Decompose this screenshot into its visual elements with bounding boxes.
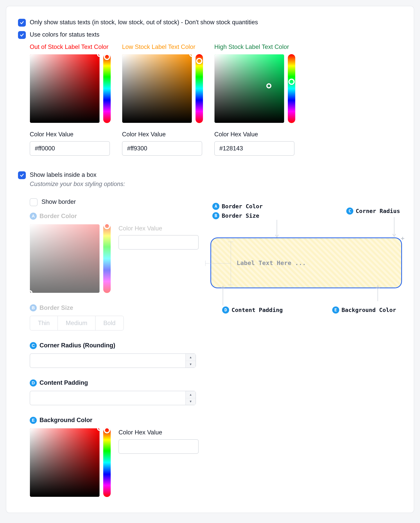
hex-input-low-stock[interactable]	[122, 141, 202, 156]
input-content-padding[interactable]	[30, 391, 185, 405]
diagram-label-d: D Content Padding	[222, 306, 283, 314]
title-background-color: Background Color	[40, 416, 92, 425]
subnote-show-labels-box: Customize your box styling options:	[30, 180, 125, 188]
hex-input-out-of-stock[interactable]	[30, 141, 110, 156]
hue-bar-high-stock[interactable]	[288, 54, 295, 123]
spin-up-icon[interactable]: ▲	[186, 354, 195, 361]
stepper-corner-radius[interactable]: ▲ ▼	[30, 353, 196, 368]
hex-label-low-stock: Color Hex Value	[122, 130, 206, 139]
hue-bar-low-stock[interactable]	[195, 54, 203, 123]
diagram-bottom-tick	[228, 285, 234, 285]
checkbox-only-status-texts[interactable]	[18, 19, 26, 27]
segmented-border-size: Thin Medium Bold	[30, 316, 124, 331]
badge-a: A	[30, 212, 37, 220]
picker-low-stock: Low Stock Label Text Color Color Hex Val…	[122, 43, 206, 156]
title-border-size: Border Size	[40, 303, 73, 312]
spin-content-padding[interactable]: ▲ ▼	[185, 391, 195, 405]
settings-card: Only show status texts (in stock, low st…	[6, 6, 414, 513]
diagram-arrow-d	[219, 284, 227, 305]
hex-label-out-of-stock: Color Hex Value	[30, 130, 114, 139]
hex-input-border-color[interactable]	[119, 235, 199, 250]
checkbox-show-labels-box[interactable]	[18, 171, 26, 179]
hex-label-border-color: Color Hex Value	[119, 224, 199, 233]
diagram-badge-e: E	[332, 306, 339, 313]
hue-bar-out-of-stock[interactable]	[103, 54, 111, 123]
hex-label-background-color: Color Hex Value	[119, 428, 199, 437]
badge-b: B	[30, 304, 37, 311]
title-out-of-stock: Out of Stock Label Text Color	[30, 43, 114, 51]
sv-panel-background-color[interactable]	[30, 428, 100, 497]
label-only-status-texts: Only show status texts (in stock, low st…	[30, 18, 258, 27]
row-show-border: Show border	[30, 197, 199, 206]
box-diagram: A Border Color B Border Size C Corner Ra…	[210, 202, 402, 314]
hex-input-background-color[interactable]	[119, 439, 199, 454]
row-only-status-texts: Only show status texts (in stock, low st…	[18, 18, 402, 27]
spin-down-icon[interactable]: ▼	[186, 398, 195, 405]
checkbox-use-colors[interactable]	[18, 31, 26, 39]
label-use-colors: Use colors for status texts	[30, 30, 99, 39]
row-show-labels-box: Show labels inside a box Customize your …	[18, 171, 402, 194]
diagram-badge-c: C	[346, 207, 353, 214]
badge-c: C	[30, 342, 37, 349]
diagram-v-padding-line	[231, 242, 231, 285]
status-color-pickers: Out of Stock Label Text Color Color Hex …	[30, 43, 402, 156]
border-size-medium[interactable]: Medium	[58, 316, 95, 330]
diagram-label-a: A Border Color	[212, 202, 263, 211]
diagram-arrow-ab	[273, 220, 281, 239]
title-content-padding: Content Padding	[40, 378, 88, 387]
title-high-stock: High Stock Label Text Color	[214, 43, 298, 51]
border-size-thin[interactable]: Thin	[30, 316, 58, 330]
diagram-label-e: E Background Color	[332, 306, 396, 314]
stepper-content-padding[interactable]: ▲ ▼	[30, 391, 196, 405]
hue-bar-border-color[interactable]	[103, 224, 111, 293]
diagram-sample-text: Label Text Here ...	[237, 258, 306, 267]
badge-d: D	[30, 379, 37, 386]
sv-panel-high-stock[interactable]	[214, 54, 284, 123]
sv-panel-border-color[interactable]	[30, 224, 100, 293]
section-border-size: B Border Size	[30, 303, 199, 312]
badge-e: E	[30, 417, 37, 424]
diagram-h-padding-line	[205, 263, 231, 263]
crosshair-icon: ＋	[400, 234, 405, 243]
label-show-border: Show border	[41, 197, 76, 206]
picker-high-stock: High Stock Label Text Color Color Hex Va…	[214, 43, 298, 156]
diagram-arrow-c	[390, 217, 398, 239]
diagram-label-b: B Border Size	[212, 212, 263, 220]
box-styling-section: Show border A Border Color	[30, 197, 402, 497]
border-size-bold[interactable]: Bold	[96, 316, 123, 330]
hue-bar-background-color[interactable]	[103, 428, 111, 497]
sv-panel-low-stock[interactable]	[122, 54, 192, 123]
checkbox-show-border[interactable]	[30, 198, 38, 206]
title-low-stock: Low Stock Label Text Color	[122, 43, 206, 51]
spin-up-icon[interactable]: ▲	[186, 391, 195, 398]
diagram-badge-d: D	[222, 306, 229, 313]
hex-label-high-stock: Color Hex Value	[214, 130, 298, 139]
section-background-color: E Background Color	[30, 416, 199, 425]
spin-corner-radius[interactable]: ▲ ▼	[185, 354, 195, 368]
spin-down-icon[interactable]: ▼	[186, 361, 195, 368]
diagram-badge-b: B	[212, 212, 219, 219]
title-border-color: Border Color	[40, 212, 77, 221]
section-border-color: A Border Color	[30, 212, 199, 221]
title-corner-radius: Corner Radius (Rounding)	[40, 341, 115, 350]
picker-out-of-stock: Out of Stock Label Text Color Color Hex …	[30, 43, 114, 156]
section-content-padding: D Content Padding	[30, 378, 199, 387]
sv-panel-out-of-stock[interactable]	[30, 54, 100, 123]
diagram-sample-box: ＋ Label Text Here ...	[210, 237, 402, 288]
section-corner-radius: C Corner Radius (Rounding)	[30, 341, 199, 350]
diagram-arrow-e	[374, 284, 382, 301]
hex-input-high-stock[interactable]	[214, 141, 294, 156]
diagram-badge-a: A	[212, 203, 219, 210]
row-use-colors: Use colors for status texts	[18, 30, 402, 39]
label-show-labels-box: Show labels inside a box	[30, 171, 125, 179]
input-corner-radius[interactable]	[30, 354, 185, 368]
